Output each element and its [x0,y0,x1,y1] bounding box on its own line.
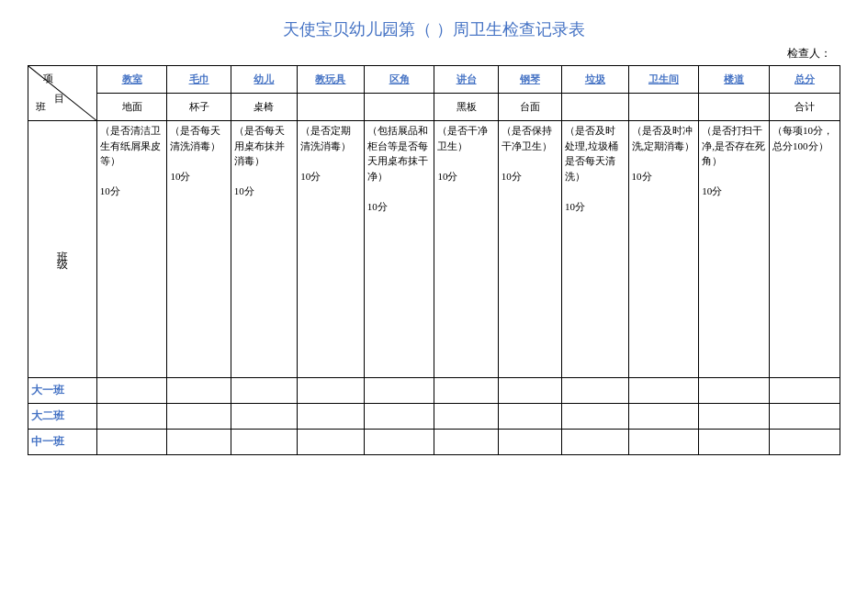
page-title: 天使宝贝幼儿园第（ ）周卫生检查记录表 [28,18,840,40]
class-3-maojin[interactable] [167,430,231,455]
class-1-qujiao[interactable] [364,378,434,404]
col-gangqin-sub: 台面 [498,94,561,121]
col-jiangtai-top: 讲台 [434,66,498,94]
class-1-jiaoshi[interactable] [96,378,167,404]
class-1-gangqin[interactable] [498,378,561,404]
col-weisheng-sub [628,94,699,121]
class-3-loudao[interactable] [699,430,770,455]
class-label-2: 大二班 [28,404,97,430]
class-2-qujiao[interactable] [364,404,434,430]
class-2-youer[interactable] [231,404,298,430]
class-row-1: 大一班 [28,378,840,404]
desc-qujiao: （包括展品和柜台等是否每天用桌布抹干净）10分 [364,121,434,378]
class-1-laji[interactable] [562,378,629,404]
col-jiangtai-sub: 黑板 [434,94,498,121]
col-laji-sub [562,94,629,121]
class-label-3: 中一班 [28,430,97,455]
class-3-jiaoshi[interactable] [96,430,167,455]
col-laji-top: 垃圾 [562,66,629,94]
mu-label: 目 [54,92,64,106]
col-weisheng-top: 卫生间 [628,66,699,94]
class-2-jiangtai[interactable] [434,404,498,430]
description-row: 班级 （是否清洁卫生有纸屑果皮等）10分 （是否每天清洗消毒）10分 （是否每天… [28,121,840,378]
col-jiaowanju-top: 教玩具 [298,66,365,94]
class-1-jiaowanju[interactable] [298,378,365,404]
col-zongfen-sub: 合计 [770,94,840,121]
desc-weisheng: （是否及时冲洗,定期消毒）10分 [628,121,699,378]
class-3-youer[interactable] [231,430,298,455]
col-youer-top: 幼儿 [231,66,298,94]
diagonal-header-cell: 项 目 班 级 [28,66,97,121]
desc-banjie: 班级 [28,121,97,378]
desc-youer: （是否每天用桌布抹并消毒）10分 [231,121,298,378]
col-jiaowanju-sub [298,94,365,121]
class-3-laji[interactable] [562,430,629,455]
col-maojin-top: 毛巾 [167,66,231,94]
class-1-loudao[interactable] [699,378,770,404]
col-qujiao-sub [364,94,434,121]
xiang-label: 项 [43,72,53,85]
class-2-loudao[interactable] [699,404,770,430]
class-3-qujiao[interactable] [364,430,434,455]
class-label-1: 大一班 [28,378,97,404]
class-3-weisheng[interactable] [628,430,699,455]
desc-laji: （是否及时处理,垃圾桶是否每天清洗）10分 [562,121,629,378]
col-maojin-sub: 杯子 [167,94,231,121]
desc-jiaowanju: （是否定期清洗消毒）10分 [298,121,365,378]
col-jiaoshi-sub: 地面 [96,94,167,121]
class-1-maojin[interactable] [167,378,231,404]
col-zongfen-top: 总分 [770,66,840,94]
inspector-line: 检查人： [28,46,840,61]
header-row-top: 项 目 班 级 教室 毛巾 幼儿 教玩具 区角 讲台 钢琴 垃圾 卫生间 楼道 … [28,66,840,94]
class-2-jiaowanju[interactable] [298,404,365,430]
class-3-zongfen[interactable] [770,430,840,455]
class-row-3: 中一班 [28,430,840,455]
desc-gangqin: （是否保持干净卫生）10分 [498,121,561,378]
class-3-jiaowanju[interactable] [298,430,365,455]
class-1-jiangtai[interactable] [434,378,498,404]
col-gangqin-top: 钢琴 [498,66,561,94]
class-1-zongfen[interactable] [770,378,840,404]
desc-jiangtai: （是否干净卫生）10分 [434,121,498,378]
desc-loudao: （是否打扫干净,是否存在死角）10分 [699,121,770,378]
class-2-jiaoshi[interactable] [96,404,167,430]
desc-maojin: （是否每天清洗消毒）10分 [167,121,231,378]
class-3-gangqin[interactable] [498,430,561,455]
class-2-laji[interactable] [562,404,629,430]
class-3-jiangtai[interactable] [434,430,498,455]
class-1-weisheng[interactable] [628,378,699,404]
col-loudao-sub [699,94,770,121]
class-2-maojin[interactable] [167,404,231,430]
col-jiaoshi-top: 教室 [96,66,167,94]
class-2-zongfen[interactable] [770,404,840,430]
class-2-weisheng[interactable] [628,404,699,430]
desc-jiaoshi: （是否清洁卫生有纸屑果皮等）10分 [96,121,167,378]
class-2-gangqin[interactable] [498,404,561,430]
desc-zongfen: （每项10分，总分100分） [770,121,840,378]
class-1-youer[interactable] [231,378,298,404]
class-row-2: 大二班 [28,404,840,430]
col-qujiao-top: 区角 [364,66,434,94]
col-youer-sub: 桌椅 [231,94,298,121]
header-row-sub: 地面 杯子 桌椅 黑板 台面 合计 [28,94,840,121]
main-table: 项 目 班 级 教室 毛巾 幼儿 教玩具 区角 讲台 钢琴 垃圾 卫生间 楼道 … [28,65,840,455]
col-loudao-top: 楼道 [699,66,770,94]
